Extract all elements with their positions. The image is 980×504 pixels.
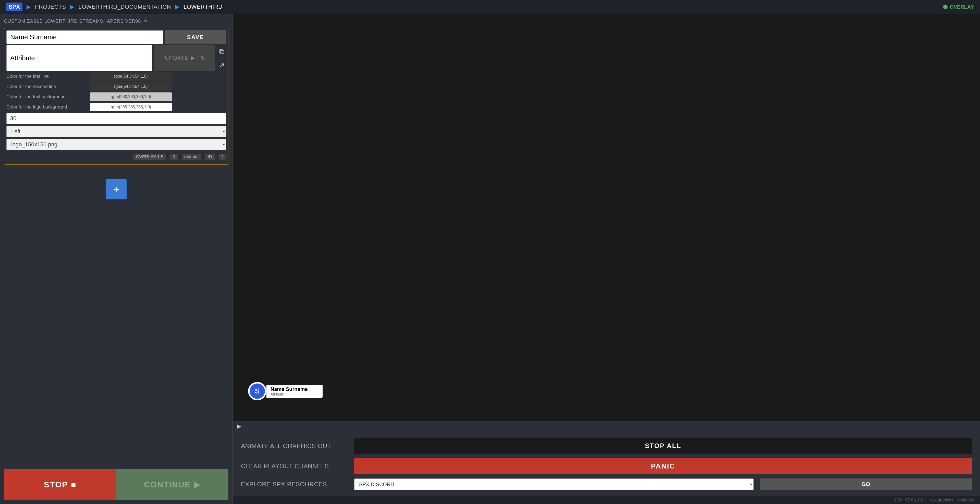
attribute-row: UPDATE ▶ F5 ⧉ ↗ bbox=[6, 45, 226, 71]
footer-row: OVERLAY-1-5 5 manual ID ? bbox=[6, 152, 226, 163]
second-line-color-btn[interactable]: rgba(54,54,54,1.0) bbox=[90, 82, 172, 91]
nav-arrow-2: ▶ bbox=[70, 3, 74, 10]
right-panel: S Name Surname Attribute ▶ ANIMATE ALL G… bbox=[233, 14, 980, 504]
footer-num-badge[interactable]: 5 bbox=[170, 154, 177, 160]
logo-bg-color-label: Color for the logo background bbox=[6, 104, 88, 110]
continue-button[interactable]: CONTINUE ▶ bbox=[116, 469, 229, 500]
lt-attribute: Attribute bbox=[270, 392, 318, 396]
update-button[interactable]: UPDATE ▶ F5 bbox=[154, 45, 215, 71]
second-line-color-label: Color for the second line bbox=[6, 84, 88, 89]
lower-third-preview: S Name Surname Attribute bbox=[248, 382, 323, 400]
position-select[interactable]: Left Right Center bbox=[6, 126, 226, 137]
spx-version: SPX v.1.2.1 bbox=[905, 498, 926, 502]
footer-manual-badge[interactable]: manual bbox=[182, 154, 201, 160]
controls-area: ANIMATE ALL GRAPHICS OUT STOP ALL CLEAR … bbox=[233, 432, 980, 496]
clear-playout-label: CLEAR PLAYOUT CHANNELS bbox=[241, 463, 348, 470]
lt-text-block: Name Surname Attribute bbox=[266, 385, 323, 398]
lt-logo: S bbox=[248, 382, 266, 400]
text-bg-color-row: Color for the text background rgba(200,2… bbox=[6, 93, 226, 101]
second-line-color-row: Color for the second line rgba(54,54,54,… bbox=[6, 82, 226, 91]
first-line-color-row: Color for the first line rgba(54,54,54,1… bbox=[6, 72, 226, 81]
text-bg-color-btn[interactable]: rgba(200,200,200,1.0) bbox=[90, 93, 172, 101]
top-inputs-row: SAVE bbox=[6, 30, 226, 44]
edit-icon[interactable]: ✎ bbox=[144, 18, 148, 24]
animate-out-row: ANIMATE ALL GRAPHICS OUT STOP ALL bbox=[241, 438, 972, 454]
build-number: 130 bbox=[894, 498, 901, 502]
first-line-color-label: Color for the first line bbox=[6, 74, 88, 79]
animate-out-label: ANIMATE ALL GRAPHICS OUT bbox=[241, 442, 348, 450]
footer-id-badge[interactable]: ID bbox=[205, 154, 215, 160]
left-panel: CUSTOMIZABLE LOWERTHIRD STREAMSHAPERS VE… bbox=[0, 14, 233, 504]
feedback-link[interactable]: feedback bbox=[957, 498, 974, 502]
panic-button[interactable]: PANIC bbox=[354, 458, 972, 474]
attribute-input[interactable] bbox=[6, 45, 152, 71]
action-buttons: ⧉ ↗ bbox=[217, 46, 226, 71]
nav-arrow-3: ▶ bbox=[175, 3, 180, 10]
logo-select[interactable]: logo_150x150.png bbox=[6, 139, 226, 150]
name-surname-input[interactable] bbox=[6, 30, 163, 44]
continue-icon: ▶ bbox=[194, 480, 200, 490]
position-row: Left Right Center bbox=[6, 126, 226, 137]
play-button-row: ▶ bbox=[233, 421, 980, 432]
lt-logo-inner: S bbox=[250, 383, 265, 399]
nav-lowerthird[interactable]: LOWERTHIRD bbox=[183, 3, 223, 10]
panel-title-row: CUSTOMIZABLE LOWERTHIRD STREAMSHAPERS VE… bbox=[4, 18, 228, 24]
export-button[interactable]: ↗ bbox=[217, 59, 226, 71]
overlay-indicator: OVERLAY bbox=[943, 4, 974, 10]
add-button[interactable]: + bbox=[106, 179, 127, 199]
overlay-id-badge: OVERLAY-1-5 bbox=[134, 154, 166, 160]
preview-area: S Name Surname Attribute bbox=[233, 14, 980, 421]
logo-bg-color-row: Color for the logo background rgba(255,2… bbox=[6, 103, 226, 111]
lt-name: Name Surname bbox=[270, 386, 318, 392]
spx-logo[interactable]: SPX bbox=[6, 3, 22, 11]
nav-documentation[interactable]: LOWERTHIRD_DOCUMENTATION bbox=[78, 3, 171, 10]
version-bar: 130 SPX v.1.2.1 spx.graphics feedback bbox=[233, 496, 980, 504]
top-navigation: SPX ▶ PROJECTS ▶ LOWERTHIRD_DOCUMENTATIO… bbox=[0, 0, 980, 14]
logo-row: logo_150x150.png bbox=[6, 139, 226, 150]
save-button[interactable]: SAVE bbox=[165, 30, 226, 44]
footer-question-badge[interactable]: ? bbox=[219, 154, 226, 160]
explore-label: EXPLORE SPX RESOURCES bbox=[241, 481, 348, 488]
discord-select[interactable]: SPX DISCORD bbox=[354, 478, 754, 490]
nav-projects[interactable]: PROJECTS bbox=[35, 3, 66, 10]
overlay-status-dot bbox=[943, 5, 948, 9]
stop-icon: ■ bbox=[71, 480, 76, 490]
overlay-label: OVERLAY bbox=[950, 4, 974, 10]
logo-bg-color-btn[interactable]: rgba(255,255,255,1.0) bbox=[90, 103, 172, 111]
number-row bbox=[6, 113, 226, 124]
number-input[interactable] bbox=[6, 113, 226, 124]
go-button[interactable]: GO bbox=[760, 478, 972, 490]
bottom-bar: STOP ■ CONTINUE ▶ bbox=[4, 469, 228, 500]
form-area: SAVE UPDATE ▶ F5 ⧉ ↗ Color for the first… bbox=[4, 28, 228, 165]
play-icon[interactable]: ▶ bbox=[237, 423, 241, 430]
stop-all-button[interactable]: STOP ALL bbox=[354, 438, 972, 454]
explore-row: EXPLORE SPX RESOURCES SPX DISCORD GO bbox=[241, 478, 972, 490]
clear-playout-row: CLEAR PLAYOUT CHANNELS PANIC bbox=[241, 458, 972, 474]
nav-arrow-1: ▶ bbox=[27, 3, 31, 10]
text-bg-color-label: Color for the text background bbox=[6, 94, 88, 100]
panel-title: CUSTOMIZABLE LOWERTHIRD STREAMSHAPERS VE… bbox=[4, 19, 141, 24]
spx-website[interactable]: spx.graphics bbox=[930, 498, 953, 502]
first-line-color-btn[interactable]: rgba(54,54,54,1.0) bbox=[90, 72, 172, 81]
stop-button[interactable]: STOP ■ bbox=[4, 469, 116, 500]
copy-button[interactable]: ⧉ bbox=[217, 46, 226, 57]
